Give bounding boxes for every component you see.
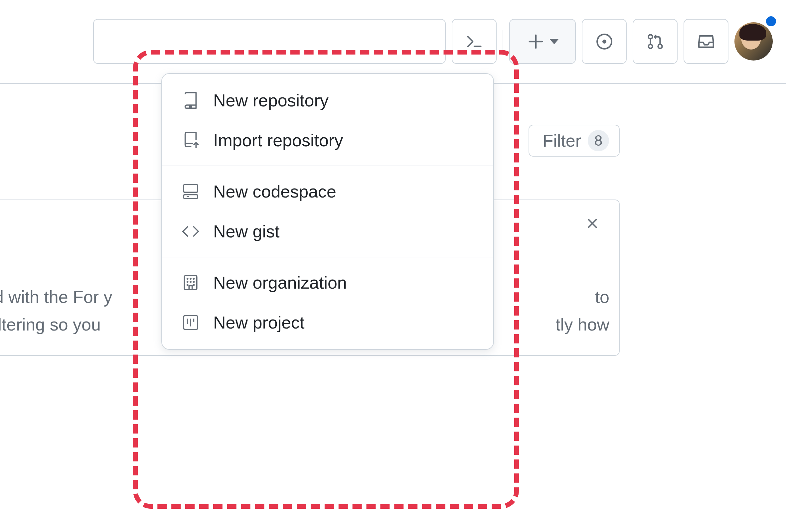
svg-point-5 <box>648 34 652 39</box>
menu-item-new-project[interactable]: New project <box>162 303 493 342</box>
inbox-icon <box>696 32 716 51</box>
menu-item-new-organization[interactable]: New organization <box>162 263 493 303</box>
menu-item-label: New organization <box>213 273 347 293</box>
issue-opened-icon <box>595 32 614 51</box>
svg-rect-11 <box>184 185 198 192</box>
menu-item-label: New gist <box>213 221 279 241</box>
menu-item-new-gist[interactable]: New gist <box>162 212 493 251</box>
menu-item-label: New project <box>213 313 305 333</box>
menu-item-import-repository[interactable]: Import repository <box>162 120 493 160</box>
menu-item-label: Import repository <box>213 130 343 150</box>
close-button[interactable] <box>582 214 602 234</box>
header-toolbar <box>0 0 786 83</box>
notification-indicator <box>766 16 776 26</box>
repo-icon <box>181 91 200 110</box>
menu-item-label: New repository <box>213 91 329 111</box>
svg-point-4 <box>602 39 606 43</box>
issues-button[interactable] <box>582 19 627 64</box>
menu-item-new-repository[interactable]: New repository <box>162 80 493 120</box>
create-dropdown-menu: New repository Import repository New cod… <box>161 73 494 350</box>
search-input[interactable] <box>93 19 446 64</box>
git-pull-request-icon <box>646 32 665 51</box>
code-icon <box>181 222 200 241</box>
plus-icon <box>526 32 546 51</box>
pull-requests-button[interactable] <box>633 19 677 64</box>
chevron-down-icon <box>550 39 559 44</box>
create-new-button[interactable] <box>509 19 576 64</box>
filter-label: Filter <box>542 131 581 151</box>
user-avatar[interactable] <box>735 22 773 61</box>
organization-icon <box>181 273 200 292</box>
avatar-image <box>735 22 773 61</box>
menu-divider <box>162 257 493 257</box>
svg-rect-23 <box>189 286 192 290</box>
inbox-button[interactable] <box>684 19 729 64</box>
toolbar-divider <box>503 30 503 53</box>
codespaces-icon <box>181 182 200 201</box>
svg-point-7 <box>658 44 662 48</box>
svg-point-6 <box>648 44 652 48</box>
filter-count-badge: 8 <box>588 130 609 151</box>
filter-button[interactable]: Filter 8 <box>529 125 620 156</box>
repo-push-icon <box>181 131 200 150</box>
menu-divider <box>162 166 493 166</box>
menu-item-label: New codespace <box>213 182 336 201</box>
menu-item-new-codespace[interactable]: New codespace <box>162 172 493 212</box>
svg-rect-12 <box>184 194 198 198</box>
command-palette-icon <box>465 32 484 51</box>
project-icon <box>181 313 200 332</box>
command-palette-button[interactable] <box>452 19 496 64</box>
close-icon <box>586 217 599 230</box>
